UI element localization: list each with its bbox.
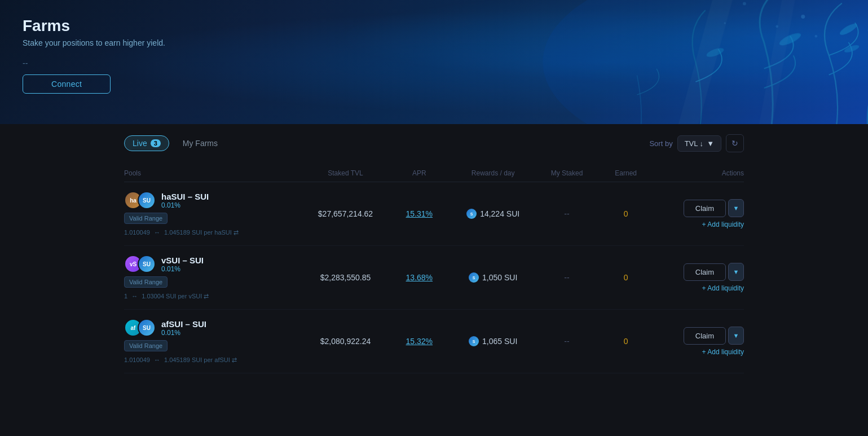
table-row: vS SU vSUI – SUI 0.01% Valid Range 1 ↔ 1… [124,246,744,310]
table-row: ha SU haSUI – SUI 0.01% Valid Range 1.01… [124,182,744,246]
header-staked-tvl: Staked TVL [301,169,390,177]
pool-col-afsui-sui: af SU afSUI – SUI 0.01% Valid Range 1.01… [124,319,301,364]
range-swap-icon: ⇄ [233,229,239,236]
chevron-down-icon: ▼ [733,268,739,275]
valid-range-text: 1.010049 ↔ 1.045189 SUI per afSUI ⇄ [124,356,301,364]
page-title: Farms [23,17,845,35]
action-buttons: Claim ▼ [684,327,744,345]
add-liquidity-link[interactable]: + Add liquidity [702,284,744,292]
valid-range-text: 1.010049 ↔ 1.045189 SUI per haSUI ⇄ [124,229,301,236]
apr-cell[interactable]: 13.68% [390,273,449,282]
apr-cell[interactable]: 15.32% [390,337,449,346]
token-icons: vS SU [124,255,156,273]
pool-name: vSUI – SUI [161,256,204,265]
pool-col-vsui-sui: vS SU vSUI – SUI 0.01% Valid Range 1 ↔ 1… [124,255,301,300]
add-liquidity-link[interactable]: + Add liquidity [702,221,744,228]
staked-tvl-cell: $2,283,550.85 [301,273,390,282]
earned-cell: 0 [596,337,655,346]
sort-value: TVL ↓ [685,139,703,148]
main-content: Live 3 My Farms Sort by TVL ↓ ▼ ↻ Pools … [0,124,868,436]
table-header: Pools Staked TVL APR Rewards / day My St… [124,164,744,182]
staked-tvl-cell: $27,657,214.62 [301,209,390,218]
header-my-staked: My Staked [537,169,597,177]
rewards-val: 1,050 SUI [482,273,517,282]
refresh-icon: ↻ [732,139,738,148]
sui-token-icon: S [469,336,479,346]
dropdown-button[interactable]: ▼ [728,199,744,217]
range-arrow-icon: ↔ [154,229,160,236]
range-swap-icon: ⇄ [204,293,209,300]
sort-chevron-icon: ▼ [707,139,714,148]
valid-range-text: 1 ↔ 1.03004 SUI per vSUI ⇄ [124,293,301,300]
add-liquidity-link[interactable]: + Add liquidity [702,348,744,356]
earned-cell: 0 [596,273,655,282]
header-apr: APR [390,169,449,177]
tab-my-farms[interactable]: My Farms [183,136,218,151]
tab-group: Live 3 My Farms [124,135,218,151]
claim-button[interactable]: Claim [684,263,726,281]
pool-name-group: afSUI – SUI 0.01% [161,319,206,337]
pool-fee: 0.01% [161,265,204,273]
rewards-cell: S 14,224 SUI [449,209,537,219]
rewards-cell: S 1,065 SUI [449,336,537,346]
pool-col-hasui-sui: ha SU haSUI – SUI 0.01% Valid Range 1.01… [124,191,301,236]
header-rewards-day: Rewards / day [449,169,537,177]
pool-name-group: vSUI – SUI 0.01% [161,256,204,273]
pool-name-row: ha SU haSUI – SUI 0.01% [124,191,301,209]
rewards-val: 14,224 SUI [480,209,519,218]
pool-fee: 0.01% [161,329,206,337]
sort-controls: Sort by TVL ↓ ▼ ↻ [649,134,744,152]
dropdown-button[interactable]: ▼ [728,263,744,281]
claim-button[interactable]: Claim [684,327,726,345]
page-subtitle: Stake your positions to earn higher yiel… [23,38,845,47]
pool-fee: 0.01% [161,201,209,209]
rewards-cell: S 1,050 SUI [449,272,537,283]
range-arrow-icon: ↔ [154,356,160,363]
range-arrow-icon: ↔ [131,293,138,300]
tab-live[interactable]: Live 3 [124,135,169,151]
apr-cell[interactable]: 15.31% [390,209,449,218]
tab-live-label: Live [133,139,147,148]
my-staked-cell: -- [537,337,597,346]
pool-name-group: haSUI – SUI 0.01% [161,192,209,209]
valid-range-badge: Valid Range [124,340,168,351]
token-b-icon: SU [138,319,156,337]
token-icons: ha SU [124,191,156,209]
valid-range-badge: Valid Range [124,213,168,224]
valid-range-badge: Valid Range [124,276,168,288]
sort-select[interactable]: TVL ↓ ▼ [677,135,721,152]
connect-button[interactable]: Connect [23,74,111,94]
earned-cell: 0 [596,209,655,218]
hero-content: Farms Stake your positions to earn highe… [0,0,868,111]
action-buttons: Claim ▼ [684,263,744,281]
header-earned: Earned [596,169,655,177]
range-swap-icon: ⇄ [232,356,237,363]
header-pools: Pools [124,169,301,177]
pool-name: haSUI – SUI [161,192,209,201]
hero-dash: -- [23,59,845,68]
hero-section: Farms Stake your positions to earn highe… [0,0,868,124]
pool-name: afSUI – SUI [161,319,206,329]
token-b-icon: SU [138,191,156,209]
farm-table-body: ha SU haSUI – SUI 0.01% Valid Range 1.01… [124,182,744,373]
dropdown-button[interactable]: ▼ [728,327,744,345]
sort-label: Sort by [649,139,672,148]
token-b-icon: SU [138,255,156,273]
pool-name-row: vS SU vSUI – SUI 0.01% [124,255,301,273]
action-buttons: Claim ▼ [684,199,744,217]
sui-token-icon: S [466,209,477,219]
rewards-val: 1,065 SUI [482,337,517,346]
staked-tvl-cell: $2,080,922.24 [301,337,390,346]
pool-name-row: af SU afSUI – SUI 0.01% [124,319,301,337]
chevron-down-icon: ▼ [733,332,739,339]
refresh-button[interactable]: ↻ [726,134,744,152]
claim-button[interactable]: Claim [684,200,726,217]
sui-token-icon: S [469,272,479,283]
actions-col: Claim ▼ + Add liquidity [655,263,744,292]
my-staked-cell: -- [537,273,597,282]
header-actions: Actions [655,169,744,177]
tab-live-badge: 3 [151,139,161,147]
table-row: af SU afSUI – SUI 0.01% Valid Range 1.01… [124,310,744,373]
controls-row: Live 3 My Farms Sort by TVL ↓ ▼ ↻ [124,124,744,152]
token-icons: af SU [124,319,156,337]
